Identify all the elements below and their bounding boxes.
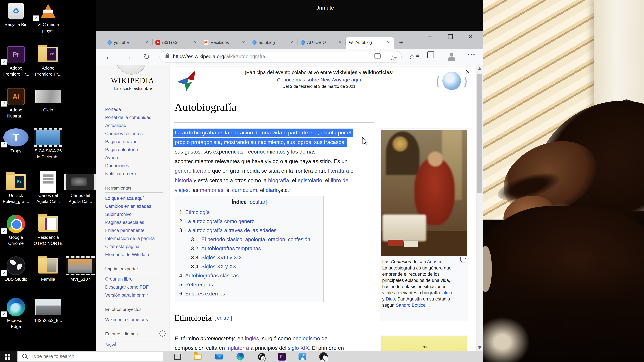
desktop-icon-carlos-doc[interactable]: Carlos delAguila Cal... — [32, 172, 64, 204]
toc-item[interactable]: 1Etimología — [179, 208, 319, 217]
forward-button[interactable]: → — [124, 52, 132, 61]
article-figure[interactable]: Las Confesion de san Agustín La autobiog… — [380, 129, 468, 321]
new-tab-button[interactable]: + — [397, 38, 405, 47]
window-maximize-button[interactable] — [445, 32, 456, 41]
banner-close-icon[interactable]: × — [466, 67, 470, 76]
sidebar-link-aleatoria[interactable]: Página aleatoria — [105, 146, 163, 154]
desktop-icon-tropy[interactable]: T↗ Tropy — [0, 127, 32, 154]
desktop-icon-premiere-folder[interactable]: Pr AdobePremiere Pr... — [32, 44, 64, 77]
desktop-icon-obs[interactable]: ↗ OBS Studio — [0, 255, 32, 282]
desktop-icon-familia-folder[interactable]: Familia — [32, 255, 64, 282]
tab-close-icon[interactable] — [290, 40, 295, 45]
sidebar-link-ayuda[interactable]: Ayuda — [105, 154, 163, 162]
desktop-icon-unclick-folder[interactable]: Ps UnclickBolivia_gráf... — [0, 172, 32, 204]
file-explorer-button[interactable] — [192, 352, 204, 361]
start-button[interactable] — [0, 351, 18, 362]
toc-item[interactable]: 3.1El período clásico: apología, oración… — [191, 235, 319, 244]
back-button[interactable]: ← — [105, 52, 112, 61]
sidebar-link-wikidata[interactable]: Elemento de Wikidata — [105, 251, 163, 259]
sidebar-link-subir[interactable]: Subir archivo — [105, 210, 163, 218]
sidebar-link-commons[interactable]: Wikimedia Commons — [105, 316, 163, 324]
toc-item[interactable]: 2La autobiografía como género — [179, 217, 319, 226]
sidebar-link-paginas-nuevas[interactable]: Páginas nuevas — [105, 138, 163, 146]
edge-button[interactable] — [234, 352, 246, 361]
tab-close-icon[interactable] — [338, 40, 344, 45]
toc-item[interactable]: 6Enlaces externos — [179, 289, 319, 298]
unmute-button[interactable]: Unmute — [315, 5, 334, 11]
toc-item[interactable]: 3.3Siglos XVIII y XIX — [191, 253, 319, 262]
article-figure-partial[interactable]: THE — [380, 335, 468, 351]
sidebar-link-imprimir[interactable]: Versión para imprimir — [105, 291, 163, 299]
sidebar-link-libro[interactable]: Crear un libro — [105, 275, 163, 283]
desktop-icon-edge[interactable]: ↗ MicrosoftEdge — [0, 297, 32, 330]
obs-button[interactable] — [318, 352, 330, 361]
add-favorite-icon[interactable] — [390, 54, 396, 60]
tab-close-icon[interactable] — [146, 40, 150, 45]
toc-item[interactable]: 3.4Siglos XX y XXI — [191, 262, 319, 271]
scroll-up-icon[interactable] — [478, 67, 482, 70]
search-input[interactable] — [31, 354, 149, 359]
toc-item[interactable]: 3.2Autobiografías tempranas — [191, 244, 319, 253]
tab-close-icon[interactable] — [242, 40, 247, 45]
desktop-icon-recycle-bin[interactable]: ♻ Recycle Bin — [0, 1, 32, 27]
tab-youtube-video[interactable]: (331) Cor — [152, 37, 201, 49]
desktop-icon-illustrator[interactable]: Ai↗ AdobeIllustrat... — [0, 86, 32, 119]
desktop-icon-carlos-image[interactable]: Carlos delAguila Cal... — [64, 172, 96, 204]
sidebar-link-notificar[interactable]: Notificar un error — [105, 170, 163, 178]
tab-gmail[interactable]: Recibidos — [201, 37, 249, 49]
wikipedia-globe-logo[interactable] — [116, 65, 147, 75]
read-aloud-icon[interactable] — [374, 53, 381, 59]
window-close-button[interactable] — [465, 32, 476, 41]
desktop-icon-photo[interactable]: 14352553_9... — [32, 297, 64, 324]
sidebar-link-pdf[interactable]: Descargar como PDF — [105, 283, 163, 291]
tab-youtube[interactable]: youtube — [104, 37, 152, 49]
sidebar-link-portal[interactable]: Portal de la comunidad — [105, 113, 163, 121]
collections-icon[interactable] — [429, 52, 438, 61]
sidebar-link-enlaza[interactable]: Lo que enlaza aquí — [105, 194, 163, 202]
reload-button[interactable]: ↻ — [144, 52, 150, 61]
scroll-down-icon[interactable] — [478, 347, 482, 349]
desktop-icon-mvi-video[interactable]: MVI_6107 — [64, 255, 96, 282]
sidebar-link-enlazadas[interactable]: Cambios en enlazadas — [105, 202, 163, 210]
desktop-icon-vlc[interactable]: ↗ VLC mediaplayer — [32, 1, 64, 33]
tab-wikipedia-active[interactable]: Autobiog — [346, 37, 394, 49]
banner-link[interactable]: Conoce más sobre NewsVoyage aquí — [209, 77, 429, 83]
sidebar-link-cambios[interactable]: Cambios recientes — [105, 130, 163, 138]
scrollbar-thumb[interactable] — [477, 74, 482, 193]
menu-ellipsis-icon[interactable] — [468, 50, 476, 59]
sidebar-link-citar[interactable]: Citar esta página — [105, 243, 163, 251]
profile-avatar[interactable] — [447, 51, 456, 60]
favorites-list-icon[interactable] — [409, 52, 418, 61]
premiere-button[interactable]: Pr — [276, 352, 288, 361]
toc-item[interactable]: 4Autobiografías clásicas — [179, 271, 319, 280]
toc-hide-link[interactable]: [ocultar] — [248, 199, 267, 205]
desktop-icon-premiere[interactable]: Pr↗ AdobePremiere Pr... — [0, 44, 32, 77]
desktop-icon-cielo[interactable]: Cielo — [32, 86, 64, 113]
tab-close-icon[interactable] — [194, 40, 199, 45]
browser-titlebar[interactable]: youtube (331) Cor Recibidos autobiog AUT… — [96, 31, 483, 49]
task-view-button[interactable] — [172, 352, 184, 361]
taskbar-search[interactable] — [18, 352, 164, 361]
window-minimize-button[interactable] — [425, 32, 436, 41]
sidebar-link-permanente[interactable]: Enlace permanente — [105, 226, 163, 234]
wikipedia-wordmark[interactable]: WIKIPEDIA — [96, 76, 170, 85]
address-bar[interactable]: https://es.wikipedia.org/wiki/Autobiogra… — [160, 51, 402, 62]
toc-item[interactable]: 5Referencias — [179, 280, 319, 289]
desktop-icon-sica-video[interactable]: SICA SICA 25de Diciemb... — [32, 127, 64, 160]
sidebar-link-informacion[interactable]: Información de la página — [105, 234, 163, 243]
xbox-button[interactable]: 1 — [256, 352, 268, 361]
sidebar-link-arabic[interactable]: العربية — [105, 340, 163, 348]
desktop-icon-chrome[interactable]: ↗ GoogleChrome — [0, 214, 32, 246]
sidebar-link-portada[interactable]: Portada — [105, 105, 163, 113]
tab-close-icon[interactable] — [387, 40, 392, 45]
edit-link[interactable]: [ editar ] — [214, 315, 232, 321]
page-scrollbar[interactable] — [476, 65, 483, 351]
site-banner[interactable]: ¡Participa del evento colaborativo entre… — [172, 66, 473, 97]
photos-button[interactable] — [296, 352, 308, 361]
desktop-icon-residencia-folder[interactable]: ResidenciaOTRO NORTE — [32, 214, 64, 246]
toc-item[interactable]: 3La autobiografía a través de las edades — [179, 226, 319, 235]
sidebar-link-actualidad[interactable]: Actualidad — [105, 121, 163, 130]
gear-icon[interactable] — [159, 330, 166, 337]
sidebar-link-donaciones[interactable]: Donaciones — [105, 162, 163, 170]
mail-button[interactable] — [213, 352, 225, 361]
